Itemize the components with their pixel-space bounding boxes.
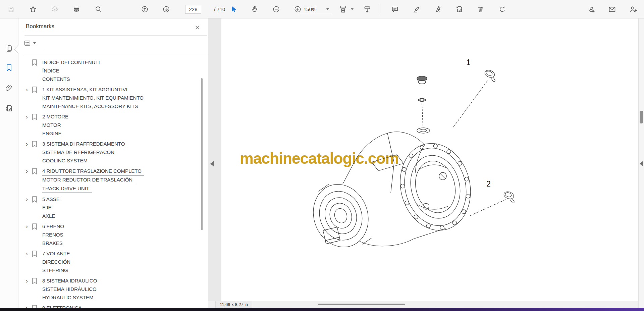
divider: [23, 54, 207, 54]
email-button[interactable]: [606, 4, 618, 15]
bookmark-label: 8 SISTEMA IDRAULICO: [42, 276, 97, 285]
star-icon: [29, 5, 37, 13]
panel-close-button[interactable]: [194, 24, 201, 31]
bookmark-item-maintenance-kits[interactable]: › 1 KIT ASSISTENZA, KIT AGGIUNTIVI KIT M…: [18, 85, 197, 110]
document-info-button[interactable]: [0, 101, 18, 115]
fit-group: [338, 0, 373, 18]
zoom-out-button[interactable]: [270, 4, 282, 15]
print-icon: [73, 6, 80, 13]
hand-tool-button[interactable]: [249, 4, 260, 15]
expand-chevron-icon[interactable]: ›: [23, 222, 31, 230]
share-link-icon: [587, 5, 595, 13]
bookmark-label: 7 VOLANTE: [42, 249, 70, 258]
sign-button[interactable]: [432, 4, 443, 15]
document-pane: machinecatalogic.com: [208, 18, 644, 308]
delete-pages-button[interactable]: [475, 4, 486, 15]
bookmark-label: TRACK DRIVE UNIT: [42, 184, 92, 193]
save-icon: [7, 6, 15, 13]
bookmark-item-brakes[interactable]: › 6 FRENO FRENOS BRAKES: [18, 222, 197, 247]
callout-2: 2: [486, 179, 491, 189]
expand-chevron-icon[interactable]: ›: [23, 112, 31, 121]
technical-drawing: [221, 18, 638, 301]
expand-chevron-icon[interactable]: ›: [23, 304, 31, 308]
save-button[interactable]: [5, 4, 17, 15]
bookmark-label: FRENOS: [42, 230, 63, 239]
page-number-input[interactable]: [185, 5, 201, 14]
find-icon: [95, 5, 102, 13]
bookmark-label: BRAKES: [42, 239, 63, 247]
bookmark-icon: [31, 59, 38, 66]
toolbar-left-group: [5, 0, 104, 18]
edit-pdf-icon: [455, 5, 463, 13]
document-bottom-bar: 11,69 x 8,27 in: [208, 301, 638, 308]
zoom-out-icon: [272, 5, 280, 13]
bookmark-item-cooling-system[interactable]: › 3 SISTEMA DI RAFFREDDAMENTO SISTEMA DE…: [18, 140, 197, 165]
expand-chevron-icon[interactable]: ›: [23, 85, 31, 94]
toolbar-separator: [380, 4, 380, 14]
bookmark-item-contents[interactable]: INDICE DEI CONTENUTI ÍNDICE CONTENTS: [18, 58, 197, 83]
star-button[interactable]: [27, 4, 39, 15]
bookmark-label: ÍNDICE: [42, 66, 59, 75]
panel-scrollbar-thumb[interactable]: [201, 78, 203, 230]
attachments-button[interactable]: [0, 81, 18, 95]
bookmark-label: 2 MOTORE: [42, 112, 68, 121]
bookmark-label: 3 SISTEMA DI RAFFREDDAMENTO: [42, 140, 125, 148]
divider: [44, 39, 44, 49]
expand-chevron-icon[interactable]: ›: [23, 195, 31, 203]
collapse-panel-handle[interactable]: [210, 161, 214, 166]
share-cloud-icon: [51, 5, 59, 13]
bookmark-label: MAINTENANCE KITS, ACCESSORY KITS: [42, 102, 138, 110]
bookmark-icon: [31, 168, 38, 175]
vertical-scrollbar[interactable]: [638, 18, 644, 308]
next-page-button[interactable]: [160, 4, 172, 15]
top-toolbar: / 710 150%: [0, 0, 644, 18]
close-icon: [195, 25, 200, 30]
horizontal-scrollbar-thumb[interactable]: [318, 304, 405, 305]
page-scroll-mode-button[interactable]: [362, 4, 373, 15]
bookmarks-icon: [5, 64, 13, 72]
pdf-page: machinecatalogic.com: [221, 18, 638, 301]
select-tool-icon: [229, 5, 237, 13]
page-total-label: / 710: [214, 6, 225, 12]
share-button[interactable]: [49, 4, 60, 15]
bookmarks-panel: Bookmarks INDICE DEI CONTENUTI ÍNDICE CO…: [18, 18, 207, 308]
bookmark-item-track-drive-unit[interactable]: › 4 RIDUTTORE TRASLAZIONE COMPLETO MOTOR…: [18, 167, 197, 193]
zoom-level-dropdown[interactable]: 150%: [300, 4, 332, 14]
vertical-scrollbar-thumb[interactable]: [640, 111, 643, 123]
expand-chevron-icon[interactable]: ›: [23, 140, 31, 148]
bookmark-item-electronics[interactable]: › 9 ELETTRONICA: [18, 304, 197, 308]
expand-tools-handle[interactable]: [640, 161, 643, 166]
bookmark-item-engine[interactable]: › 2 MOTORE MOTOR ENGINE: [18, 112, 197, 138]
bookmark-label: 6 FRENO: [42, 222, 64, 230]
bookmark-label: MOTOR REDUCTOR DE TRASLACIÓN: [42, 175, 135, 184]
taskbar-edge: [0, 308, 644, 311]
expand-chevron-icon[interactable]: ›: [23, 249, 31, 258]
bookmark-item-steering[interactable]: › 7 VOLANTE DIRECCIÓN STEERING: [18, 249, 197, 274]
print-button[interactable]: [71, 4, 82, 15]
rotate-pages-button[interactable]: [496, 4, 508, 15]
invite-people-button[interactable]: [627, 4, 639, 15]
fit-width-button[interactable]: [338, 4, 348, 15]
expand-chevron-icon[interactable]: ›: [23, 167, 31, 175]
bookmark-icon: [31, 277, 38, 285]
bookmark-item-axle[interactable]: › 5 ASSE EJE AXLE: [18, 195, 197, 220]
highlight-button[interactable]: [411, 4, 422, 15]
bookmark-item-hydraulic-system[interactable]: › 8 SISTEMA IDRAULICO SISTEMA HIDRÁULICO…: [18, 276, 197, 302]
find-button[interactable]: [93, 4, 104, 15]
edit-pdf-button[interactable]: [453, 4, 465, 15]
next-page-icon: [162, 5, 170, 13]
select-tool-button[interactable]: [227, 4, 239, 15]
plug-2-part: [502, 191, 517, 203]
expand-chevron-icon[interactable]: ›: [23, 276, 31, 285]
bookmark-icon: [31, 86, 38, 94]
comment-button[interactable]: [389, 4, 400, 15]
bookmarks-panel-button[interactable]: [0, 60, 18, 75]
previous-page-button[interactable]: [139, 4, 150, 15]
fit-width-icon: [339, 5, 347, 13]
bookmark-icon: [31, 113, 38, 121]
bookmark-options-button[interactable]: [24, 40, 36, 46]
page-size-label: 11,69 x 8,27 in: [220, 302, 248, 307]
share-link-button[interactable]: [586, 4, 597, 15]
chevron-down-icon[interactable]: [351, 8, 354, 10]
email-icon: [608, 5, 616, 13]
